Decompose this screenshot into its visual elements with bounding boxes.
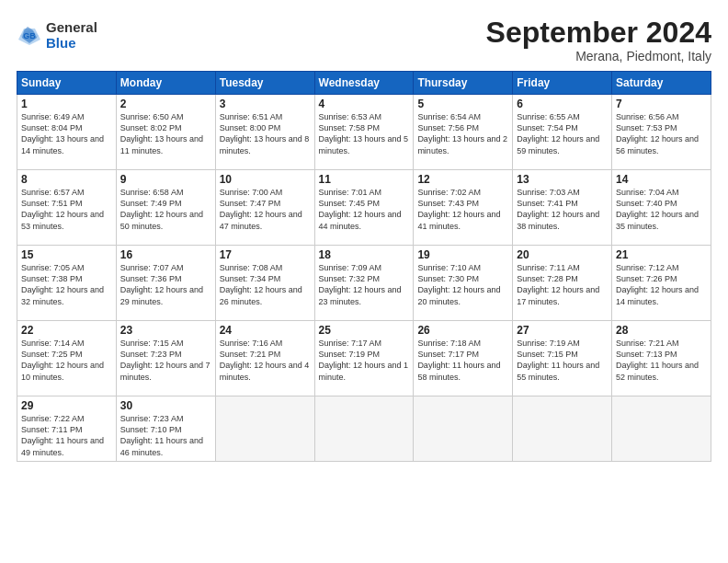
day-info: Sunrise: 6:58 AM Sunset: 7:49 PM Dayligh… <box>120 187 211 232</box>
day-info: Sunrise: 7:07 AM Sunset: 7:36 PM Dayligh… <box>120 262 211 307</box>
table-row: 7Sunrise: 6:56 AM Sunset: 7:53 PM Daylig… <box>612 95 711 170</box>
calendar-row: 15Sunrise: 7:05 AM Sunset: 7:38 PM Dayli… <box>17 246 711 321</box>
table-row: 30Sunrise: 7:23 AM Sunset: 7:10 PM Dayli… <box>116 396 215 462</box>
table-row: 13Sunrise: 7:03 AM Sunset: 7:41 PM Dayli… <box>513 170 612 246</box>
day-info: Sunrise: 7:18 AM Sunset: 7:17 PM Dayligh… <box>417 338 508 383</box>
day-info: Sunrise: 6:57 AM Sunset: 7:51 PM Dayligh… <box>21 187 112 232</box>
day-number: 23 <box>120 324 211 337</box>
day-info: Sunrise: 7:11 AM Sunset: 7:28 PM Dayligh… <box>517 262 608 307</box>
table-row: 3Sunrise: 6:51 AM Sunset: 8:00 PM Daylig… <box>215 95 314 170</box>
day-info: Sunrise: 7:16 AM Sunset: 7:21 PM Dayligh… <box>220 338 311 383</box>
table-row: 9Sunrise: 6:58 AM Sunset: 7:49 PM Daylig… <box>116 170 215 246</box>
day-number: 22 <box>21 324 112 337</box>
day-info: Sunrise: 7:21 AM Sunset: 7:13 PM Dayligh… <box>616 338 707 383</box>
day-number: 4 <box>319 98 410 110</box>
day-info: Sunrise: 7:15 AM Sunset: 7:23 PM Dayligh… <box>120 338 211 383</box>
table-row: 14Sunrise: 7:04 AM Sunset: 7:40 PM Dayli… <box>612 170 711 246</box>
day-number: 5 <box>417 98 508 110</box>
day-number: 15 <box>21 248 112 261</box>
day-info: Sunrise: 7:22 AM Sunset: 7:11 PM Dayligh… <box>21 413 112 458</box>
logo: GB General Blue <box>17 20 97 51</box>
day-number: 25 <box>319 324 410 337</box>
day-number: 9 <box>120 173 211 186</box>
table-row: 2Sunrise: 6:50 AM Sunset: 8:02 PM Daylig… <box>116 95 215 170</box>
col-monday: Monday <box>116 72 215 95</box>
col-sunday: Sunday <box>17 72 117 95</box>
col-thursday: Thursday <box>414 72 513 95</box>
day-info: Sunrise: 7:03 AM Sunset: 7:41 PM Dayligh… <box>517 187 608 232</box>
day-number: 30 <box>120 399 211 412</box>
table-row: 16Sunrise: 7:07 AM Sunset: 7:36 PM Dayli… <box>116 246 215 321</box>
col-tuesday: Tuesday <box>215 72 314 95</box>
day-info: Sunrise: 6:55 AM Sunset: 7:54 PM Dayligh… <box>517 111 608 156</box>
day-number: 18 <box>319 248 410 261</box>
day-number: 29 <box>21 399 112 412</box>
col-saturday: Saturday <box>612 72 711 95</box>
day-number: 27 <box>517 324 608 337</box>
day-number: 12 <box>417 173 508 186</box>
calendar: Sunday Monday Tuesday Wednesday Thursday… <box>17 71 711 462</box>
title-block: September 2024 Merana, Piedmont, Italy <box>486 17 711 63</box>
day-info: Sunrise: 7:08 AM Sunset: 7:34 PM Dayligh… <box>220 262 311 307</box>
day-info: Sunrise: 7:00 AM Sunset: 7:47 PM Dayligh… <box>220 187 311 232</box>
day-number: 14 <box>616 173 707 186</box>
table-row: 15Sunrise: 7:05 AM Sunset: 7:38 PM Dayli… <box>17 246 117 321</box>
table-row: 26Sunrise: 7:18 AM Sunset: 7:17 PM Dayli… <box>414 321 513 396</box>
day-info: Sunrise: 7:10 AM Sunset: 7:30 PM Dayligh… <box>417 262 508 307</box>
day-info: Sunrise: 7:19 AM Sunset: 7:15 PM Dayligh… <box>517 338 608 383</box>
table-row: 6Sunrise: 6:55 AM Sunset: 7:54 PM Daylig… <box>513 95 612 170</box>
day-number: 28 <box>616 324 707 337</box>
table-row: 27Sunrise: 7:19 AM Sunset: 7:15 PM Dayli… <box>513 321 612 396</box>
day-number: 7 <box>616 98 707 110</box>
calendar-row: 29Sunrise: 7:22 AM Sunset: 7:11 PM Dayli… <box>17 396 711 462</box>
table-row: 22Sunrise: 7:14 AM Sunset: 7:25 PM Dayli… <box>17 321 117 396</box>
day-info: Sunrise: 7:02 AM Sunset: 7:43 PM Dayligh… <box>417 187 508 232</box>
table-row: 20Sunrise: 7:11 AM Sunset: 7:28 PM Dayli… <box>513 246 612 321</box>
day-number: 8 <box>21 173 112 186</box>
table-row: 25Sunrise: 7:17 AM Sunset: 7:19 PM Dayli… <box>314 321 414 396</box>
table-row: 18Sunrise: 7:09 AM Sunset: 7:32 PM Dayli… <box>314 246 414 321</box>
header: GB General Blue September 2024 Merana, P… <box>17 17 711 63</box>
location: Merana, Piedmont, Italy <box>486 49 711 63</box>
day-info: Sunrise: 6:50 AM Sunset: 8:02 PM Dayligh… <box>120 111 211 156</box>
calendar-header-row: Sunday Monday Tuesday Wednesday Thursday… <box>17 72 711 95</box>
day-number: 24 <box>220 324 311 337</box>
day-info: Sunrise: 7:05 AM Sunset: 7:38 PM Dayligh… <box>21 262 112 307</box>
day-number: 11 <box>319 173 410 186</box>
day-info: Sunrise: 6:51 AM Sunset: 8:00 PM Dayligh… <box>220 111 311 156</box>
day-number: 2 <box>120 98 211 110</box>
table-row <box>414 396 513 462</box>
table-row <box>314 396 414 462</box>
table-row: 28Sunrise: 7:21 AM Sunset: 7:13 PM Dayli… <box>612 321 711 396</box>
day-number: 26 <box>417 324 508 337</box>
month-title: September 2024 <box>486 17 711 49</box>
day-number: 10 <box>220 173 311 186</box>
logo-icon: GB <box>17 23 42 49</box>
day-number: 17 <box>220 248 311 261</box>
table-row: 5Sunrise: 6:54 AM Sunset: 7:56 PM Daylig… <box>414 95 513 170</box>
col-friday: Friday <box>513 72 612 95</box>
calendar-row: 1Sunrise: 6:49 AM Sunset: 8:04 PM Daylig… <box>17 95 711 170</box>
day-info: Sunrise: 6:49 AM Sunset: 8:04 PM Dayligh… <box>21 111 112 156</box>
table-row: 12Sunrise: 7:02 AM Sunset: 7:43 PM Dayli… <box>414 170 513 246</box>
day-number: 6 <box>517 98 608 110</box>
logo-blue-text: Blue <box>46 36 97 52</box>
col-wednesday: Wednesday <box>314 72 414 95</box>
day-info: Sunrise: 7:01 AM Sunset: 7:45 PM Dayligh… <box>319 187 410 232</box>
day-number: 16 <box>120 248 211 261</box>
table-row: 23Sunrise: 7:15 AM Sunset: 7:23 PM Dayli… <box>116 321 215 396</box>
day-number: 19 <box>417 248 508 261</box>
table-row: 4Sunrise: 6:53 AM Sunset: 7:58 PM Daylig… <box>314 95 414 170</box>
day-info: Sunrise: 7:12 AM Sunset: 7:26 PM Dayligh… <box>616 262 707 307</box>
day-number: 21 <box>616 248 707 261</box>
calendar-row: 8Sunrise: 6:57 AM Sunset: 7:51 PM Daylig… <box>17 170 711 246</box>
table-row <box>612 396 711 462</box>
day-number: 13 <box>517 173 608 186</box>
day-info: Sunrise: 7:23 AM Sunset: 7:10 PM Dayligh… <box>120 413 211 458</box>
day-info: Sunrise: 7:14 AM Sunset: 7:25 PM Dayligh… <box>21 338 112 383</box>
table-row: 29Sunrise: 7:22 AM Sunset: 7:11 PM Dayli… <box>17 396 117 462</box>
table-row: 24Sunrise: 7:16 AM Sunset: 7:21 PM Dayli… <box>215 321 314 396</box>
calendar-row: 22Sunrise: 7:14 AM Sunset: 7:25 PM Dayli… <box>17 321 711 396</box>
table-row <box>215 396 314 462</box>
day-number: 20 <box>517 248 608 261</box>
